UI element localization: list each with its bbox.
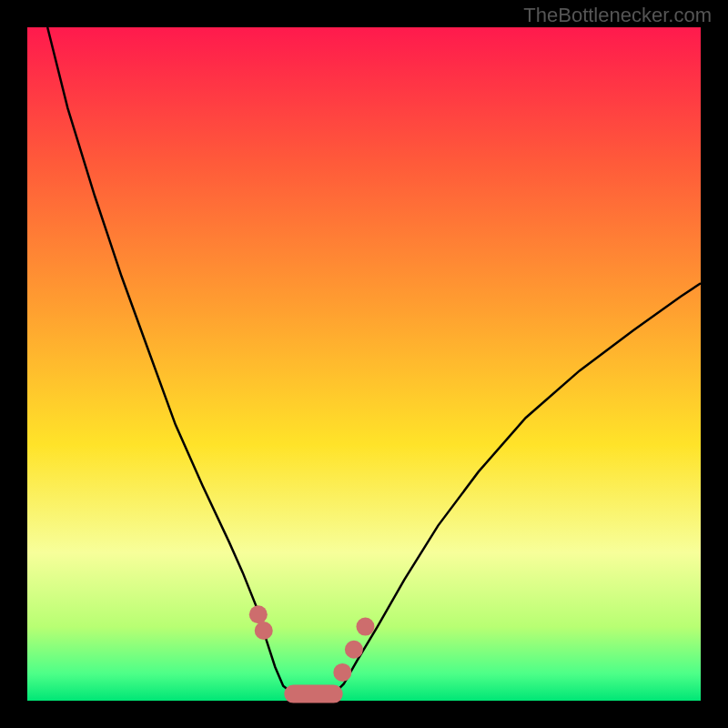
marker-3 (345, 641, 363, 659)
attribution-label: TheBottlenecker.com (523, 4, 712, 27)
marker-0 (249, 605, 268, 623)
marker-4 (356, 618, 374, 636)
chart-svg (0, 0, 728, 728)
plot-background (27, 27, 701, 701)
stage: TheBottlenecker.com (0, 0, 728, 728)
marker-1 (255, 622, 273, 640)
marker-2 (333, 663, 351, 682)
